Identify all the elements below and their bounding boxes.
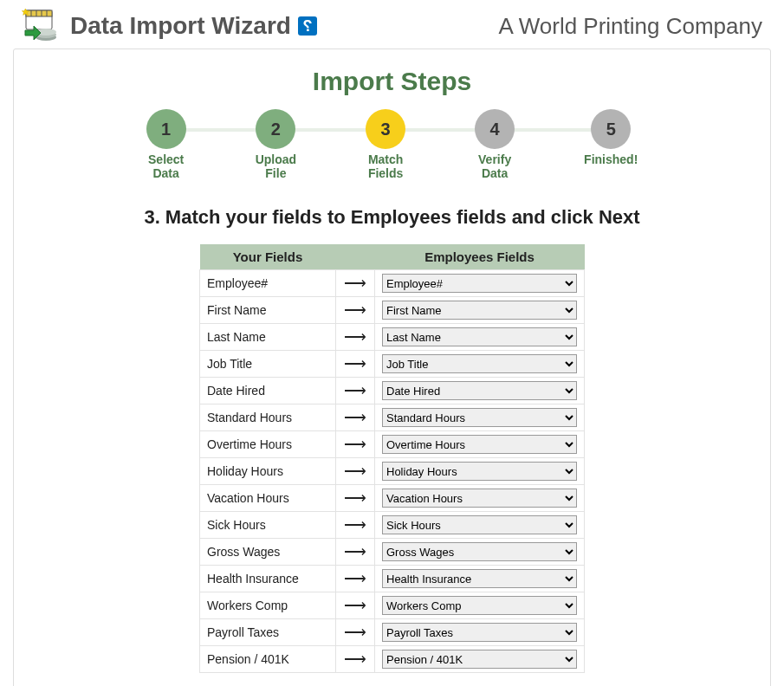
table-row: Last Name⟶Last Name bbox=[200, 324, 585, 351]
target-field-cell: Last Name bbox=[375, 324, 585, 351]
target-field-cell: Gross Wages bbox=[375, 539, 585, 566]
table-row: Health Insurance⟶Health Insurance bbox=[200, 566, 585, 592]
target-field-select[interactable]: Health Insurance bbox=[382, 569, 577, 588]
step-label: Select Data bbox=[146, 152, 186, 180]
step-label: Finished! bbox=[584, 152, 638, 166]
page-header: Data Import Wizard ? A World Printing Co… bbox=[13, 9, 771, 49]
wizard-panel: Import Steps 1Select Data2Upload File3Ma… bbox=[13, 49, 771, 686]
step-circle: 4 bbox=[475, 109, 515, 149]
target-field-select[interactable]: Holiday Hours bbox=[382, 462, 577, 481]
target-field-cell: Workers Comp bbox=[375, 592, 585, 619]
your-field-cell: Date Hired bbox=[200, 378, 336, 404]
arrow-icon: ⟶ bbox=[336, 351, 375, 378]
arrow-icon: ⟶ bbox=[336, 431, 375, 458]
field-mapping-table: Your Fields Employees Fields Employee#⟶E… bbox=[199, 244, 585, 673]
col-your-header: Your Fields bbox=[200, 244, 336, 270]
step-1: 1Select Data bbox=[146, 109, 186, 180]
table-row: Vacation Hours⟶Vacation Hours bbox=[200, 485, 585, 512]
table-row: First Name⟶First Name bbox=[200, 297, 585, 324]
step-circle: 1 bbox=[146, 109, 186, 149]
target-field-select[interactable]: Sick Hours bbox=[382, 515, 577, 534]
target-field-select[interactable]: Gross Wages bbox=[382, 542, 577, 561]
target-field-cell: Vacation Hours bbox=[375, 485, 585, 512]
your-field-cell: Holiday Hours bbox=[200, 458, 336, 485]
arrow-icon: ⟶ bbox=[336, 458, 375, 485]
table-row: Job Title⟶Job Title bbox=[200, 351, 585, 378]
target-field-select[interactable]: First Name bbox=[382, 301, 577, 320]
col-arrow-header bbox=[336, 244, 375, 270]
target-field-cell: Pension / 401K bbox=[375, 646, 585, 673]
arrow-icon: ⟶ bbox=[336, 324, 375, 351]
table-row: Standard Hours⟶Standard Hours bbox=[200, 404, 585, 431]
table-row: Payroll Taxes⟶Payroll Taxes bbox=[200, 619, 585, 646]
arrow-icon: ⟶ bbox=[336, 378, 375, 404]
arrow-icon: ⟶ bbox=[336, 485, 375, 512]
arrow-icon: ⟶ bbox=[336, 270, 375, 297]
table-row: Employee#⟶Employee# bbox=[200, 270, 585, 297]
step-label: Upload File bbox=[256, 152, 296, 180]
your-field-cell: Pension / 401K bbox=[200, 646, 336, 673]
arrow-icon: ⟶ bbox=[336, 619, 375, 646]
target-field-select[interactable]: Payroll Taxes bbox=[382, 623, 577, 642]
step-2: 2Upload File bbox=[256, 109, 296, 180]
arrow-icon: ⟶ bbox=[336, 539, 375, 566]
arrow-icon: ⟶ bbox=[336, 646, 375, 673]
table-row: Overtime Hours⟶Overtime Hours bbox=[200, 431, 585, 458]
target-field-cell: Date Hired bbox=[375, 378, 585, 404]
arrow-icon: ⟶ bbox=[336, 566, 375, 592]
arrow-icon: ⟶ bbox=[336, 592, 375, 619]
step-label: Verify Data bbox=[475, 152, 515, 180]
arrow-icon: ⟶ bbox=[336, 404, 375, 431]
target-field-cell: First Name bbox=[375, 297, 585, 324]
table-row: Workers Comp⟶Workers Comp bbox=[200, 592, 585, 619]
your-field-cell: Sick Hours bbox=[200, 512, 336, 539]
company-name: A World Printing Company bbox=[499, 13, 762, 40]
table-row: Holiday Hours⟶Holiday Hours bbox=[200, 458, 585, 485]
steps-title: Import Steps bbox=[40, 67, 744, 96]
wizard-icon bbox=[22, 9, 63, 43]
section-title: 3. Match your fields to Employees fields… bbox=[40, 206, 744, 229]
step-circle: 2 bbox=[256, 109, 295, 149]
step-circle: 3 bbox=[366, 109, 405, 149]
target-field-select[interactable]: Overtime Hours bbox=[382, 435, 577, 454]
your-field-cell: Gross Wages bbox=[200, 539, 336, 566]
app-title: Data Import Wizard bbox=[70, 12, 291, 40]
target-field-select[interactable]: Standard Hours bbox=[382, 408, 577, 427]
your-field-cell: Payroll Taxes bbox=[200, 619, 336, 646]
target-field-cell: Payroll Taxes bbox=[375, 619, 585, 646]
target-field-cell: Holiday Hours bbox=[375, 458, 585, 485]
target-field-select[interactable]: Last Name bbox=[382, 327, 577, 346]
target-field-cell: Overtime Hours bbox=[375, 431, 585, 458]
step-circle: 5 bbox=[591, 109, 631, 149]
step-label: Match Fields bbox=[366, 152, 405, 180]
help-icon[interactable]: ? bbox=[298, 16, 317, 36]
step-3: 3Match Fields bbox=[366, 109, 405, 180]
target-field-select[interactable]: Workers Comp bbox=[382, 596, 577, 615]
your-field-cell: First Name bbox=[200, 297, 336, 324]
your-field-cell: Job Title bbox=[200, 351, 336, 378]
target-field-select[interactable]: Date Hired bbox=[382, 381, 577, 400]
your-field-cell: Overtime Hours bbox=[200, 431, 336, 458]
target-field-select[interactable]: Employee# bbox=[382, 274, 577, 293]
target-field-cell: Sick Hours bbox=[375, 512, 585, 539]
svg-rect-1 bbox=[26, 10, 52, 16]
table-row: Gross Wages⟶Gross Wages bbox=[200, 539, 585, 566]
target-field-cell: Employee# bbox=[375, 270, 585, 297]
target-field-cell: Job Title bbox=[375, 351, 585, 378]
table-row: Pension / 401K⟶Pension / 401K bbox=[200, 646, 585, 673]
your-field-cell: Health Insurance bbox=[200, 566, 336, 592]
col-target-header: Employees Fields bbox=[375, 244, 585, 270]
target-field-select[interactable]: Job Title bbox=[382, 354, 577, 373]
target-field-select[interactable]: Vacation Hours bbox=[382, 489, 577, 508]
target-field-cell: Health Insurance bbox=[375, 566, 585, 592]
table-row: Sick Hours⟶Sick Hours bbox=[200, 512, 585, 539]
your-field-cell: Last Name bbox=[200, 324, 336, 351]
arrow-icon: ⟶ bbox=[336, 297, 375, 324]
table-row: Date Hired⟶Date Hired bbox=[200, 378, 585, 404]
your-field-cell: Vacation Hours bbox=[200, 485, 336, 512]
steps-bar: 1Select Data2Upload File3Match Fields4Ve… bbox=[40, 109, 744, 180]
target-field-select[interactable]: Pension / 401K bbox=[382, 650, 577, 669]
step-4: 4Verify Data bbox=[475, 109, 515, 180]
your-field-cell: Standard Hours bbox=[200, 404, 336, 431]
step-5: 5Finished! bbox=[584, 109, 638, 180]
